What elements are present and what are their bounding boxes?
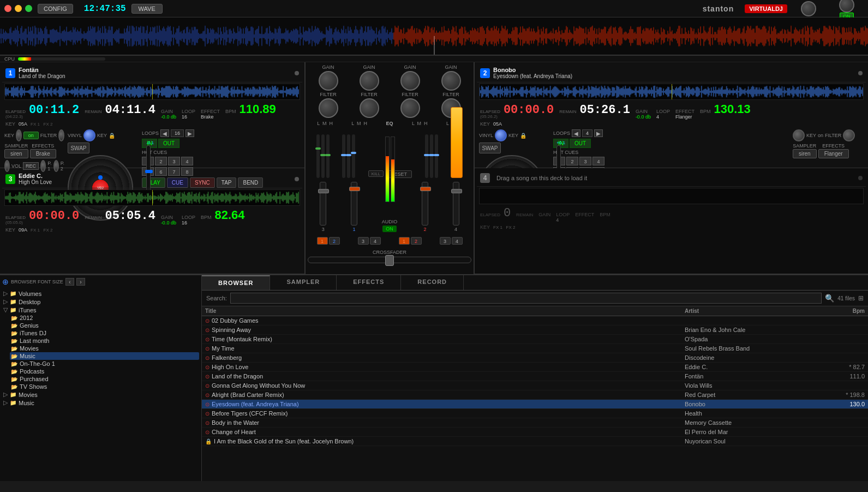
mixer-ch1-assign-1[interactable]: 1 <box>317 237 328 245</box>
deck1-out-btn[interactable]: OUT <box>158 139 179 148</box>
deck1-hot-cue-3[interactable]: 3 <box>168 157 180 165</box>
mixer-ch1-fader[interactable] <box>320 182 326 226</box>
tab-browser[interactable]: BROWSER <box>202 275 270 290</box>
sidebar-item-movies[interactable]: 📂 Movies <box>10 345 199 352</box>
track-row-3[interactable]: ⊙My TimeSoul Rebels Brass Band <box>202 344 868 353</box>
mixer-ch4-assign-3[interactable]: 3 <box>440 237 451 245</box>
mixer-ch2-H[interactable] <box>352 134 355 178</box>
sidebar-item-music-root[interactable]: ▷ 📁 Music <box>2 399 199 407</box>
mixer-gain4-knob[interactable] <box>441 71 461 91</box>
deck2-hot-cue-4[interactable]: 4 <box>592 157 604 165</box>
maximize-btn[interactable] <box>25 5 32 12</box>
mixer-filter3-knob[interactable] <box>400 98 420 118</box>
deck2-loop-next-btn[interactable]: ▶ <box>594 129 603 137</box>
deck2-hot-cue-2[interactable]: 2 <box>566 157 578 165</box>
mixer-ch4-assign-4[interactable]: 4 <box>452 237 463 245</box>
sidebar-item-itunes[interactable]: ▽ 📁 iTunes <box>2 306 199 314</box>
track-row-12[interactable]: ⊙Change of HeartEl Perro del Mar <box>202 428 868 437</box>
deck2-out-btn[interactable]: OUT <box>570 139 591 148</box>
sidebar-item-itunes-dj[interactable]: 📂 iTunes DJ <box>10 329 199 337</box>
tab-record[interactable]: RECORD <box>401 275 464 290</box>
deck2-vinyl-knob[interactable] <box>495 129 507 141</box>
mixer-ch3-H[interactable] <box>435 134 438 178</box>
deck1-swap-btn[interactable]: SWAP <box>68 143 89 153</box>
mic-volume-knob[interactable] <box>839 0 854 13</box>
deck2-filter-knob[interactable] <box>843 129 855 141</box>
deck2-key-knob[interactable] <box>793 129 805 141</box>
deck1-vinyl-knob[interactable] <box>83 129 95 141</box>
close-btn[interactable] <box>4 5 11 12</box>
mixer-ch3-M[interactable] <box>430 134 433 178</box>
search-icon[interactable]: 🔍 <box>825 294 834 303</box>
wave-button[interactable]: WAVE <box>131 4 163 14</box>
deck1-effects-btn[interactable]: Brake <box>30 149 56 158</box>
sidebar-item-movies-root[interactable]: ▷ 📁 Movies <box>2 390 199 399</box>
deck1-loop-prev-btn[interactable]: ◀ <box>160 129 169 137</box>
deck1-filter-knob[interactable] <box>58 129 64 141</box>
deck2-swap-btn[interactable]: SWAP <box>479 143 501 153</box>
sidebar-item-volumes[interactable]: ▷ 📁 Volumes <box>2 289 199 298</box>
deck1-sampler-btn[interactable]: siren <box>4 149 28 158</box>
deck2-sampler-btn[interactable]: siren <box>793 149 817 158</box>
mixer-kill-btn[interactable]: KILL <box>368 170 384 177</box>
sidebar-add-icon[interactable]: ⊕ <box>2 277 9 286</box>
mixer-crossfader-track[interactable] <box>308 257 471 263</box>
track-row-11[interactable]: ⊙Body in the WaterMemory Cassette <box>202 418 868 428</box>
deck2-hot-cue-3[interactable]: 3 <box>579 157 591 165</box>
track-row-0[interactable]: ⊙02 Dubby Games <box>202 316 868 325</box>
mixer-ch1-L[interactable] <box>316 134 320 178</box>
track-row-9[interactable]: ⊙Eyesdown (feat. Andreya Triana)Bonobo13… <box>202 400 868 409</box>
search-input[interactable] <box>230 293 822 304</box>
sidebar-item-2012[interactable]: 📂 2012 <box>10 314 199 322</box>
deck1-loop-next-btn[interactable]: ▶ <box>185 129 194 137</box>
mixer-ch2-assign-4[interactable]: 4 <box>370 237 381 245</box>
mixer-ch3-L[interactable] <box>425 134 428 178</box>
track-row-2[interactable]: ⊙Time (Montauk Remix)O'Spada <box>202 335 868 344</box>
tab-sampler[interactable]: SAMPLER <box>270 275 337 290</box>
mixer-ch3-fader[interactable] <box>422 182 428 226</box>
sidebar-item-last-month[interactable]: 📂 Last month <box>10 337 199 345</box>
track-row-1[interactable]: ⊙Spinning AwayBrian Eno & John Cale <box>202 325 868 335</box>
deck2-effects-btn[interactable]: Flanger <box>818 149 849 158</box>
mixer-gain1-knob[interactable] <box>319 71 338 91</box>
sidebar-item-podcasts[interactable]: 📂 Podcasts <box>10 367 199 375</box>
sidebar-item-purchased[interactable]: 📂 Purchased <box>10 375 199 383</box>
mixer-ch1-H[interactable] <box>326 134 330 178</box>
mixer-ch1-assign-2[interactable]: 2 <box>329 237 340 245</box>
mixer-ch2-fader[interactable] <box>351 182 357 226</box>
mixer-orange-fader-el[interactable] <box>451 107 463 178</box>
mixer-ch3-assign-2[interactable]: 2 <box>411 237 422 245</box>
mixer-ch1-M[interactable] <box>321 134 325 178</box>
deck1-key-knob[interactable] <box>16 129 22 141</box>
mixer-reset-btn[interactable]: RESET <box>386 170 412 178</box>
mixer-ch2-M[interactable] <box>347 134 350 178</box>
track-row-13[interactable]: 🔒I Am the Black Gold of the Sun (feat. J… <box>202 437 868 446</box>
sidebar-item-desktop[interactable]: ▷ 📁 Desktop <box>2 298 199 306</box>
sidebar-item-music[interactable]: 📂 Music <box>10 352 199 360</box>
tab-effects[interactable]: EFFECTS <box>337 275 401 290</box>
sidebar-item-tv-shows[interactable]: 📂 TV Shows <box>10 383 199 390</box>
mixer-filter2-knob[interactable] <box>360 98 379 118</box>
grid-icon[interactable]: ⊞ <box>858 294 864 302</box>
deck1-hot-cue-2[interactable]: 2 <box>155 157 167 165</box>
sidebar-item-genius[interactable]: 📂 Genius <box>10 322 199 329</box>
mixer-ch3-assign-1[interactable]: 1 <box>399 237 410 245</box>
deck2-loop-prev-btn[interactable]: ◀ <box>572 129 580 137</box>
mixer-ch2-assign-3[interactable]: 3 <box>358 237 369 245</box>
track-row-4[interactable]: ⊙FalkenbergDiscodeine <box>202 353 868 363</box>
font-size-decrease-btn[interactable]: ‹ <box>65 278 74 286</box>
config-button[interactable]: CONFIG <box>38 4 73 14</box>
track-row-10[interactable]: ⊙Before Tigers (CFCF Remix)Health <box>202 409 868 418</box>
track-row-5[interactable]: ⊙High On LoveEddie C.* 82.7 <box>202 363 868 372</box>
mixer-ch2-L[interactable] <box>342 134 345 178</box>
mixer-gain2-knob[interactable] <box>360 71 379 91</box>
minimize-btn[interactable] <box>15 5 22 12</box>
deck1-hot-cue-4[interactable]: 4 <box>181 157 193 165</box>
mixer-ch4-fader[interactable] <box>453 182 459 226</box>
track-row-6[interactable]: ⊙Land of the DragonFontän111.0 <box>202 372 868 381</box>
master-volume-knob[interactable] <box>801 1 816 16</box>
font-size-increase-btn[interactable]: › <box>76 278 85 286</box>
track-row-7[interactable]: ⊙Gonna Get Along Without You NowViola Wi… <box>202 381 868 390</box>
deck1-on-button[interactable]: on <box>23 132 39 139</box>
mixer-gain3-knob[interactable] <box>400 71 420 91</box>
